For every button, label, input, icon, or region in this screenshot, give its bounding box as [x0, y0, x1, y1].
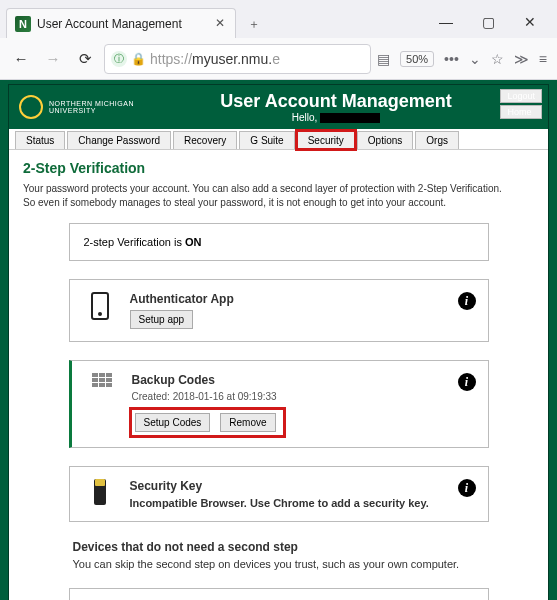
toolbar-actions: ▤ 50% ••• ⌄ ☆ ≫ ≡	[377, 51, 549, 67]
menu-icon[interactable]: ≡	[539, 51, 547, 67]
tab-recovery[interactable]: Recovery	[173, 131, 237, 149]
page-title: User Account Management	[134, 91, 538, 112]
info-icon[interactable]: i	[458, 373, 476, 391]
setup-authenticator-button[interactable]: Setup app	[130, 310, 194, 329]
backup-codes-buttons-highlight: Setup Codes Remove	[132, 410, 283, 435]
app-header: NORTHERN MICHIGAN UNIVERSITY User Accoun…	[9, 85, 548, 129]
tab-security[interactable]: Security	[297, 131, 355, 149]
zoom-indicator[interactable]: 50%	[400, 51, 434, 67]
devices-section-heading: Devices that do not need a second step Y…	[69, 540, 489, 570]
authenticator-title: Authenticator App	[130, 292, 474, 306]
browser-toolbar: ← → ⟳ ⓘ 🔒 https://myuser.nmu.e ▤ 50% •••…	[0, 38, 557, 80]
reload-button[interactable]: ⟳	[72, 46, 98, 72]
url-text: https://myuser.nmu.e	[150, 51, 280, 67]
backup-codes-card: Backup Codes Created: 2018-01-16 at 09:1…	[69, 360, 489, 448]
lock-icon: 🔒	[131, 52, 146, 66]
minimize-button[interactable]: —	[425, 6, 467, 38]
status-card: 2-step Verification is ON	[69, 223, 489, 261]
info-icon[interactable]: i	[458, 479, 476, 497]
page-viewport: NORTHERN MICHIGAN UNIVERSITY User Accoun…	[0, 80, 557, 600]
org-name: NORTHERN MICHIGAN UNIVERSITY	[49, 100, 134, 114]
phone-icon	[91, 292, 109, 320]
close-window-button[interactable]: ✕	[509, 6, 551, 38]
close-tab-icon[interactable]: ✕	[213, 17, 227, 31]
browser-titlebar: N User Account Management ✕ ＋ — ▢ ✕	[0, 0, 557, 38]
tab-orgs[interactable]: Orgs	[415, 131, 459, 149]
logout-button[interactable]: Logout	[500, 89, 542, 103]
username-redacted	[320, 113, 380, 123]
remove-codes-button[interactable]: Remove	[220, 413, 275, 432]
status-value: ON	[185, 236, 202, 248]
window-controls: — ▢ ✕	[425, 6, 551, 38]
overflow-icon[interactable]: •••	[444, 51, 459, 67]
setup-codes-button[interactable]: Setup Codes	[135, 413, 211, 432]
devices-trust-card: Devices you trust Devices you have trust…	[69, 588, 489, 600]
maximize-button[interactable]: ▢	[467, 6, 509, 38]
backup-codes-title: Backup Codes	[132, 373, 474, 387]
usb-key-icon	[94, 479, 106, 505]
authenticator-card: Authenticator App Setup app i	[69, 279, 489, 342]
security-key-card: Security Key Incompatible Browser. Use C…	[69, 466, 489, 522]
nmu-logo-icon	[19, 95, 43, 119]
info-icon[interactable]: i	[458, 292, 476, 310]
greeting-text: Hello,	[134, 112, 538, 123]
bookmark-star-icon[interactable]: ☆	[491, 51, 504, 67]
tab-title: User Account Management	[37, 17, 207, 31]
more-tools-icon[interactable]: ≫	[514, 51, 529, 67]
reader-mode-icon[interactable]: ▤	[377, 51, 390, 67]
site-identity-icon[interactable]: ⓘ	[111, 51, 127, 67]
new-tab-button[interactable]: ＋	[240, 10, 268, 38]
backup-codes-created: Created: 2018-01-16 at 09:19:33	[132, 391, 474, 402]
tab-change-password[interactable]: Change Password	[67, 131, 171, 149]
back-button[interactable]: ←	[8, 46, 34, 72]
forward-button: →	[40, 46, 66, 72]
home-button[interactable]: Home	[500, 105, 542, 119]
pocket-icon[interactable]: ⌄	[469, 51, 481, 67]
browser-tab[interactable]: N User Account Management ✕	[6, 8, 236, 38]
security-key-message: Incompatible Browser. Use Chrome to add …	[130, 497, 474, 509]
security-key-title: Security Key	[130, 479, 474, 493]
page-content: NORTHERN MICHIGAN UNIVERSITY User Accoun…	[8, 84, 549, 600]
nav-tabs: Status Change Password Recovery G Suite …	[9, 129, 548, 150]
url-bar[interactable]: ⓘ 🔒 https://myuser.nmu.e	[104, 44, 371, 74]
backup-codes-icon	[92, 373, 112, 387]
tab-status[interactable]: Status	[15, 131, 65, 149]
tab-options[interactable]: Options	[357, 131, 413, 149]
section-description: Your password protects your account. You…	[23, 182, 534, 209]
section-body: 2-Step Verification Your password protec…	[9, 150, 548, 600]
section-title: 2-Step Verification	[23, 160, 534, 176]
favicon-icon: N	[15, 16, 31, 32]
tab-g-suite[interactable]: G Suite	[239, 131, 294, 149]
